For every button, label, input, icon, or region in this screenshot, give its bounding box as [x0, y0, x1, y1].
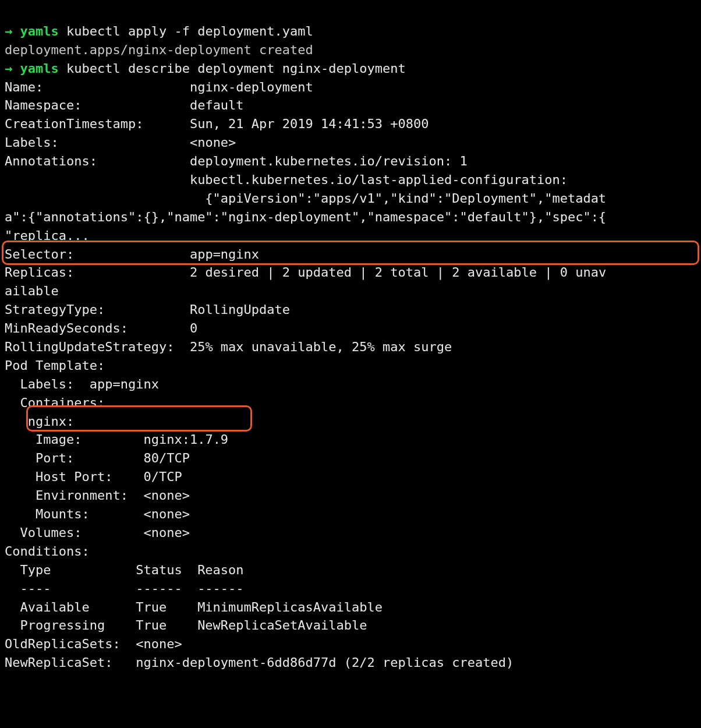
- field-rolling-update-strategy: RollingUpdateStrategy:: [5, 340, 190, 354]
- field-port: Port:: [5, 451, 143, 465]
- field-strategy-type: StrategyType:: [5, 302, 190, 317]
- value-new-replica-set: nginx-deployment-6dd86d77d (2/2 replicas…: [136, 655, 514, 670]
- prompt-arrow-icon: →: [5, 24, 12, 38]
- field-host-port: Host Port:: [5, 469, 143, 484]
- value-environment: <none>: [143, 488, 189, 503]
- value-rolling-update-strategy: 25% max unavailable, 25% max surge: [190, 340, 452, 354]
- value-strategy-type: RollingUpdate: [190, 302, 290, 317]
- command-1: kubectl apply -f deployment.yaml: [66, 24, 313, 38]
- field-mounts: Mounts:: [5, 507, 143, 521]
- terminal-output: → yamls kubectl apply -f deployment.yaml…: [0, 0, 701, 713]
- field-old-replica-sets: OldReplicaSets:: [5, 637, 136, 651]
- value-mounts: <none>: [143, 507, 189, 521]
- field-creation-timestamp: CreationTimestamp:: [5, 116, 190, 131]
- value-annotations-3: {"apiVersion":"apps/v1","kind":"Deployme…: [5, 191, 606, 206]
- field-new-replica-set: NewReplicaSet:: [5, 655, 136, 670]
- value-min-ready-seconds: 0: [190, 321, 197, 335]
- cwd-folder: yamls: [20, 61, 59, 76]
- value-annotations-1: deployment.kubernetes.io/revision: 1: [190, 154, 468, 168]
- value-host-port: 0/TCP: [143, 469, 182, 484]
- field-image: Image:: [5, 432, 143, 447]
- value-volumes: <none>: [143, 525, 189, 540]
- prompt-arrow-icon: →: [5, 61, 12, 76]
- condition-available: Available True MinimumReplicasAvailable: [5, 600, 383, 614]
- value-annotations-4: a":{"annotations":{},"name":"nginx-deplo…: [5, 210, 606, 224]
- value-labels: <none>: [190, 135, 236, 150]
- field-annotations: Annotations:: [5, 154, 190, 168]
- condition-progressing: Progressing True NewReplicaSetAvailable: [5, 618, 367, 632]
- field-conditions: Conditions:: [5, 544, 90, 559]
- value-creation-timestamp: Sun, 21 Apr 2019 14:41:53 +0800: [190, 116, 429, 131]
- value-name: nginx-deployment: [190, 80, 313, 94]
- value-namespace: default: [190, 98, 244, 112]
- field-environment: Environment:: [5, 488, 143, 503]
- field-volumes: Volumes:: [5, 525, 143, 540]
- value-old-replica-sets: <none>: [136, 637, 182, 651]
- field-pod-template: Pod Template:: [5, 358, 105, 373]
- field-replicas: Replicas:: [5, 265, 190, 280]
- field-pod-labels: Labels: app=nginx: [5, 377, 159, 391]
- value-annotations-2: kubectl.kubernetes.io/last-applied-confi…: [5, 172, 568, 187]
- value-replicas-cont: ailable: [5, 284, 59, 298]
- output-line: deployment.apps/nginx-deployment created: [5, 43, 313, 57]
- conditions-header: Type Status Reason: [5, 563, 244, 577]
- field-min-ready-seconds: MinReadySeconds:: [5, 321, 190, 335]
- value-replicas: 2 desired | 2 updated | 2 total | 2 avai…: [190, 265, 606, 280]
- field-selector: Selector:: [5, 247, 190, 261]
- value-port: 80/TCP: [143, 451, 189, 465]
- conditions-separator: ---- ------ ------: [5, 581, 244, 596]
- field-labels: Labels:: [5, 135, 190, 150]
- command-2: kubectl describe deployment nginx-deploy…: [66, 61, 406, 76]
- field-container-nginx: nginx:: [5, 414, 74, 429]
- value-annotations-5: "replica...: [5, 228, 90, 243]
- field-containers: Containers:: [5, 395, 105, 410]
- cwd-folder: yamls: [20, 24, 59, 38]
- field-namespace: Namespace:: [5, 98, 190, 112]
- value-image: nginx:1.7.9: [143, 432, 228, 447]
- value-selector: app=nginx: [190, 247, 259, 261]
- field-name: Name:: [5, 80, 190, 94]
